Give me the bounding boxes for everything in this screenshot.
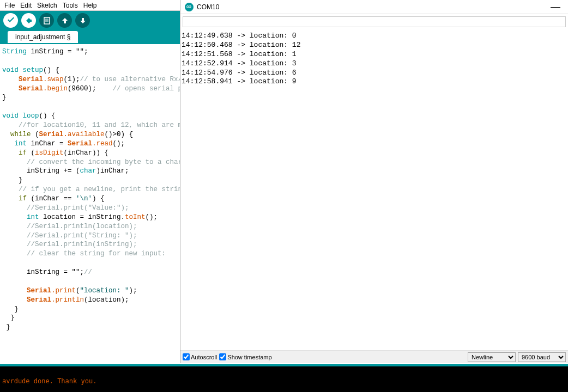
timestamp-checkbox[interactable]: [219, 353, 226, 360]
code-text: ();: [146, 213, 158, 221]
line-ending-select[interactable]: Newline: [468, 352, 516, 362]
code-text: isDigit: [35, 149, 64, 157]
serial-line: 14:12:58.941 -> location: 9: [182, 77, 567, 87]
code-text: () {: [43, 66, 59, 74]
code-text: (: [27, 149, 35, 157]
code-text: // if you get a newline, print the strin: [2, 186, 182, 193]
code-text: .print: [51, 287, 76, 295]
code-text: loop: [19, 112, 39, 120]
code-text: ()>0) {: [105, 131, 134, 138]
code-text: }: [2, 176, 23, 184]
menu-sketch[interactable]: Sketch: [35, 2, 59, 9]
code-text: int: [2, 140, 27, 148]
verify-button[interactable]: [3, 13, 18, 28]
code-text: // clear the string for new input:: [2, 250, 166, 258]
code-text: ) {: [92, 195, 105, 203]
code-text: // opens serial p: [113, 85, 183, 93]
code-text: (inChar)) {: [64, 149, 109, 157]
code-text: () {: [39, 112, 56, 120]
serial-line: 14:12:52.914 -> location: 3: [182, 59, 567, 69]
serial-line: 14:12:51.568 -> location: 1: [182, 50, 567, 59]
code-text: setup: [19, 66, 43, 74]
code-text: (: [76, 287, 80, 295]
upload-button[interactable]: [21, 13, 36, 28]
code-text: (9600);: [68, 85, 113, 93]
code-text: char: [80, 167, 96, 175]
code-text: inString += (: [2, 167, 80, 175]
menu-tools[interactable]: Tools: [61, 2, 80, 9]
code-text: "location: ": [80, 287, 129, 295]
code-text: inChar =: [27, 140, 68, 148]
menu-file[interactable]: File: [2, 2, 17, 9]
code-text: Serial: [2, 85, 43, 93]
code-text: void: [2, 66, 19, 74]
code-text: if: [2, 149, 27, 157]
code-text: //Serial.print("Value:");: [2, 204, 129, 212]
code-text: }: [2, 305, 19, 313]
code-text: Serial: [2, 296, 51, 304]
svg-rect-0: [44, 17, 50, 24]
code-text: if: [2, 195, 27, 203]
code-text: int: [2, 213, 39, 221]
serial-send-input[interactable]: [183, 16, 566, 27]
baud-select[interactable]: 9600 baud: [518, 352, 566, 362]
serial-title: COM10: [197, 3, 219, 11]
code-text: )inChar;: [96, 167, 129, 175]
code-text: );: [129, 287, 137, 295]
code-text: inString = "";: [27, 48, 88, 56]
code-text: (location);: [84, 296, 129, 304]
code-text: '\n': [76, 195, 92, 203]
console-output: avrdude done. Thank you.: [0, 366, 568, 392]
serial-titlebar: COM10 —: [180, 0, 568, 14]
code-text: void: [2, 112, 19, 120]
code-text: //for location10, 11 and 12, which are m: [2, 121, 182, 129]
code-text: Serial: [39, 131, 64, 138]
code-text: Serial: [2, 287, 51, 295]
serial-footer: Autoscroll Show timestamp Newline 9600 b…: [180, 350, 568, 363]
code-text: (1);: [64, 76, 80, 83]
code-text: //Serial.println(location);: [2, 223, 137, 230]
code-text: Serial: [68, 140, 92, 148]
code-text: (inChar ==: [27, 195, 76, 203]
code-text: //Serial.print("String: ");: [2, 232, 137, 240]
code-text: toInt: [125, 213, 146, 221]
arduino-icon: [185, 3, 194, 11]
code-text: .println: [51, 296, 84, 304]
menu-help[interactable]: Help: [81, 2, 99, 9]
menu-edit[interactable]: Edit: [18, 2, 34, 9]
code-text: // to use alternative Rx/: [80, 76, 183, 83]
serial-line: 14:12:49.638 -> location: 0: [182, 32, 567, 41]
serial-line: 14:12:50.468 -> location: 12: [182, 41, 567, 50]
code-text: location = inString.: [39, 213, 125, 221]
code-text: inString = "";: [2, 268, 84, 276]
code-text: .swap: [43, 76, 64, 83]
timestamp-label[interactable]: Show timestamp: [219, 353, 271, 360]
code-text: // convert the incoming byte to a char: [2, 158, 182, 166]
code-text: }: [2, 94, 7, 101]
save-button[interactable]: [75, 13, 90, 28]
code-text: //Serial.println(inString);: [2, 241, 137, 248]
serial-monitor-window: COM10 — 14:12:49.638 -> location: 0 14:1…: [180, 0, 568, 363]
serial-output: 14:12:49.638 -> location: 0 14:12:50.468…: [180, 29, 568, 350]
autoscroll-label[interactable]: Autoscroll: [183, 353, 217, 360]
code-text: .available: [64, 131, 105, 138]
code-text: .read: [92, 140, 113, 148]
code-text: while: [2, 131, 31, 138]
open-button[interactable]: [57, 13, 72, 28]
serial-line: 14:12:54.976 -> location: 6: [182, 69, 567, 78]
code-text: (: [31, 131, 39, 138]
code-text: Serial: [2, 76, 43, 83]
code-text: }: [2, 323, 10, 331]
code-text: ();: [113, 140, 125, 148]
code-text: //: [84, 268, 92, 276]
code-text: .begin: [43, 85, 68, 93]
code-text: String: [2, 48, 27, 56]
tab-sketch[interactable]: input_adjustment §: [8, 31, 78, 43]
new-button[interactable]: [39, 13, 54, 28]
autoscroll-checkbox[interactable]: [183, 353, 190, 360]
minimize-button[interactable]: —: [547, 1, 564, 13]
code-text: }: [2, 314, 15, 322]
